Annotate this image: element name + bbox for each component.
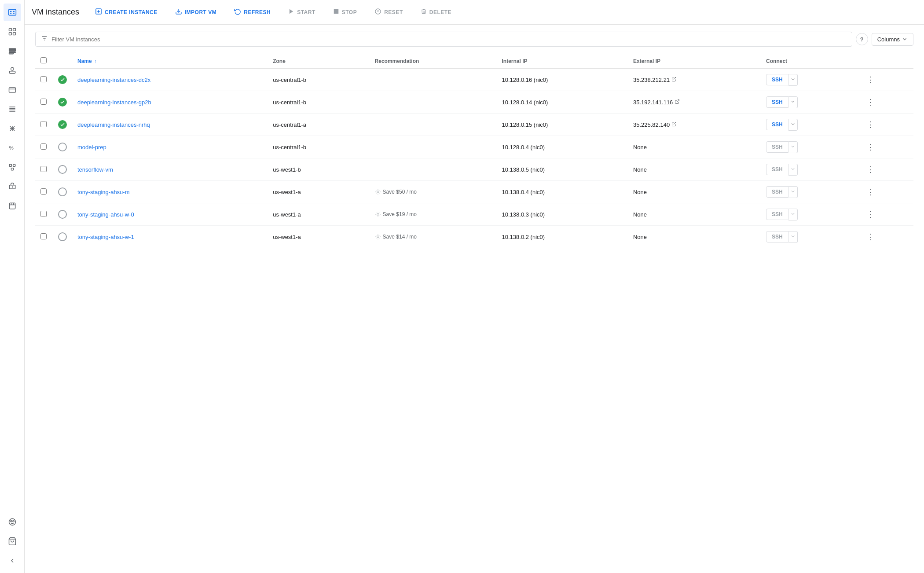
svg-line-65 [379,216,380,217]
refresh-button[interactable]: REFRESH [229,5,276,19]
name-header[interactable]: Name ↑ [72,54,268,69]
row-checkbox-3[interactable] [40,143,47,150]
ssh-dropdown-button[interactable] [788,186,798,198]
select-all-header[interactable] [35,54,53,69]
external-link-icon[interactable] [675,99,680,106]
ssh-dropdown-button[interactable] [788,74,798,86]
row-external-ip-cell: None [628,158,761,181]
row-checkbox-cell[interactable] [35,226,53,248]
sidebar-item-marketplace[interactable] [4,533,21,550]
sidebar-item-disks[interactable] [4,100,21,118]
sidebar-item-instance-templates[interactable] [4,42,21,60]
row-checkbox-7[interactable] [40,233,47,239]
sidebar-item-images[interactable]: % [4,139,21,157]
recommendation-text[interactable]: Save $14 / mo [375,234,491,240]
external-link-icon[interactable] [671,121,677,128]
sidebar-item-health-checks[interactable] [4,513,21,531]
row-checkbox-cell[interactable] [35,203,53,226]
sidebar-item-sole-tenant[interactable] [4,62,21,79]
sidebar-item-machine-images[interactable] [4,81,21,99]
start-button[interactable]: START [283,6,321,18]
row-more-cell: ⋮ [858,158,913,181]
instance-name-link[interactable]: tony-staging-ahsu-w-1 [77,234,134,240]
ssh-button[interactable]: SSH [766,119,788,130]
filter-input[interactable] [51,36,847,43]
ssh-dropdown-button[interactable] [788,119,798,131]
row-checkbox-2[interactable] [40,121,47,127]
sort-asc-icon: ↑ [94,59,97,64]
stop-button[interactable]: STOP [328,6,362,18]
ssh-button[interactable]: SSH [766,96,788,108]
row-checkbox-cell[interactable] [35,181,53,203]
row-checkbox-cell[interactable] [35,91,53,114]
delete-label: DELETE [429,9,451,15]
recommendation-text[interactable]: Save $50 / mo [375,189,491,195]
row-checkbox-0[interactable] [40,76,47,82]
status-stopped-icon [58,165,67,174]
row-zone-cell: us-west1-a [268,203,369,226]
row-checkbox-cell[interactable] [35,136,53,158]
sidebar-item-committed-use[interactable] [4,178,21,195]
row-checkbox-4[interactable] [40,166,47,172]
row-checkbox-6[interactable] [40,211,47,217]
ssh-dropdown-button[interactable] [788,141,798,153]
more-options-button[interactable]: ⋮ [864,185,877,198]
row-checkbox-cell[interactable] [35,69,53,91]
main-panel: VM instances CREATE INSTANCE IMPORT VM R… [25,0,924,573]
ssh-button-group: SSH [766,164,853,176]
instance-name-link[interactable]: tony-staging-ahsu-w-0 [77,211,134,218]
row-external-ip-cell: 35.225.82.140 [628,114,761,136]
instance-name-link[interactable]: tony-staging-ahsu-m [77,189,130,195]
row-checkbox-cell[interactable] [35,114,53,136]
external-link-icon[interactable] [671,77,677,83]
sidebar-item-vm-instances[interactable] [4,4,21,21]
ssh-button[interactable]: SSH [766,209,788,220]
sidebar-collapse-btn[interactable] [4,552,21,569]
more-options-button[interactable]: ⋮ [864,163,877,176]
instance-name-link[interactable]: model-prep [77,144,106,151]
ssh-button[interactable]: SSH [766,186,788,198]
delete-button[interactable]: DELETE [415,5,457,19]
reset-button[interactable]: RESET [369,5,408,19]
row-zone-cell: us-central1-b [268,69,369,91]
ssh-button[interactable]: SSH [766,141,788,153]
instance-name-link[interactable]: tensorflow-vm [77,166,113,173]
row-internal-ip-cell: 10.128.0.15 (nic0) [497,114,628,136]
sidebar-item-reservations[interactable] [4,197,21,215]
row-checkbox-5[interactable] [40,188,47,195]
more-options-button[interactable]: ⋮ [864,208,877,221]
instance-name-link[interactable]: deeplearning-instances-gp2b [77,99,151,106]
more-options-button[interactable]: ⋮ [864,118,877,131]
more-options-button[interactable]: ⋮ [864,140,877,154]
instance-name-link[interactable]: deeplearning-instances-nrhq [77,121,150,128]
content-area: ? Columns Name ↑ [25,25,924,573]
ssh-button[interactable]: SSH [766,74,788,85]
row-zone-cell: us-west1-b [268,158,369,181]
create-instance-button[interactable]: CREATE INSTANCE [90,5,163,19]
sidebar-item-instance-groups[interactable] [4,23,21,40]
ssh-dropdown-button[interactable] [788,231,798,243]
more-options-button[interactable]: ⋮ [864,230,877,243]
sidebar-item-tpus[interactable] [4,158,21,176]
ssh-dropdown-button[interactable] [788,164,798,176]
instance-name-link[interactable]: deeplearning-instances-dc2x [77,77,150,83]
svg-rect-31 [9,203,15,209]
ssh-button[interactable]: SSH [766,231,788,242]
sidebar-item-snapshots[interactable] [4,120,21,137]
help-icon[interactable]: ? [856,33,868,45]
recommendation-text[interactable]: Save $19 / mo [375,211,491,217]
import-vm-button[interactable]: IMPORT VM [170,5,222,19]
ssh-button[interactable]: SSH [766,164,788,175]
sidebar: % [0,0,25,573]
bulb-icon [375,234,381,240]
ssh-dropdown-button[interactable] [788,96,798,108]
select-all-checkbox[interactable] [40,57,47,63]
more-options-button[interactable]: ⋮ [864,96,877,109]
more-options-button[interactable]: ⋮ [864,73,877,86]
row-checkbox-cell[interactable] [35,158,53,181]
columns-button[interactable]: Columns [872,33,913,46]
row-name-cell: tony-staging-ahsu-w-0 [72,203,268,226]
row-checkbox-1[interactable] [40,99,47,105]
row-recommendation-cell: Save $14 / mo [370,226,497,248]
ssh-dropdown-button[interactable] [788,209,798,220]
